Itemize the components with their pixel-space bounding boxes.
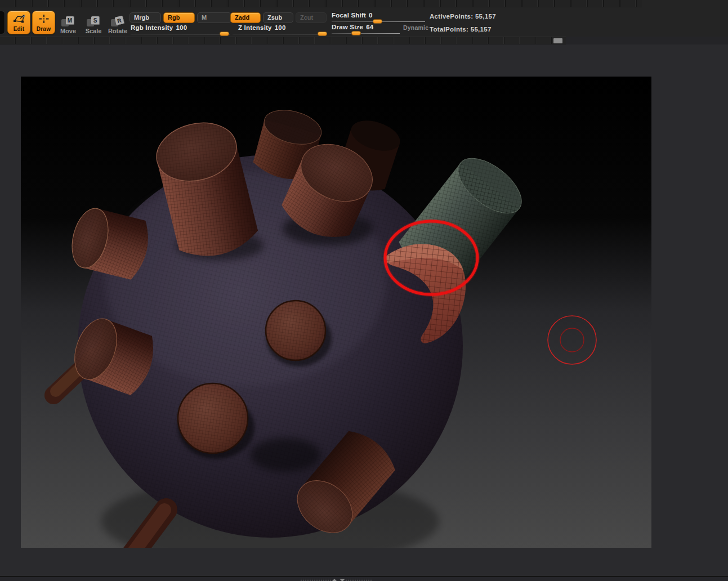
draw-size-slider-handle[interactable]	[351, 31, 361, 35]
draw-size-label: Draw Size64	[332, 24, 373, 30]
dynamic-label: Dynamic	[403, 24, 428, 31]
bottom-tray-bar	[0, 576, 728, 581]
scale-icon: S	[86, 16, 101, 26]
active-points-stat: ActivePoints: 55,157	[430, 13, 496, 20]
edit-button-label: Edit	[14, 26, 25, 32]
edit-button[interactable]: Edit	[7, 11, 30, 34]
top-toolbar: Edit Draw M	[0, 0, 728, 37]
rotate-button-label: Rotate	[106, 28, 129, 34]
move-icon: M	[61, 16, 75, 26]
m-button[interactable]: M	[197, 12, 231, 23]
scale-button[interactable]: S Scale	[82, 16, 105, 34]
z-intensity-label: Z Intensity100	[238, 24, 286, 31]
zsub-button[interactable]: Zsub	[263, 12, 293, 23]
tray-toggle-arrows[interactable]	[331, 578, 346, 581]
rotate-button[interactable]: R Rotate	[106, 16, 129, 34]
zadd-button[interactable]: Zadd	[230, 12, 261, 23]
move-button-label: Move	[57, 28, 79, 34]
timeline-tray[interactable]	[0, 37, 728, 44]
draw-size-slider[interactable]	[332, 33, 400, 34]
clipped-left-button[interactable]	[0, 11, 5, 34]
focal-shift-label: Focal Shift0	[332, 12, 373, 19]
z-intensity-slider[interactable]	[233, 34, 327, 34]
draw-button[interactable]: Draw	[32, 11, 55, 34]
draw-button-label: Draw	[37, 26, 51, 32]
move-button[interactable]: M Move	[57, 16, 79, 34]
z-intensity-slider-handle[interactable]	[318, 32, 327, 36]
scale-button-label: Scale	[82, 28, 105, 34]
rgb-button[interactable]: Rgb	[163, 12, 195, 23]
total-points-stat: TotalPoints: 55,157	[430, 26, 492, 33]
zbrush-window: Edit Draw M	[0, 0, 728, 581]
viewport-canvas[interactable]	[21, 77, 651, 548]
rgb-intensity-label: Rgb Intensity100	[131, 24, 187, 31]
mrgb-button[interactable]: Mrgb	[129, 12, 161, 23]
timeline-handle[interactable]	[553, 38, 562, 43]
zcut-button[interactable]: Zcut	[296, 12, 327, 23]
edit-marquee-icon	[12, 14, 26, 26]
draw-crosshair-icon	[38, 14, 50, 26]
rotate-icon: R	[110, 16, 125, 26]
rgb-intensity-slider-handle[interactable]	[220, 32, 229, 36]
rgb-intensity-slider[interactable]	[131, 34, 230, 34]
tray-up-arrow-icon	[332, 579, 337, 581]
top-tick-strip	[0, 0, 642, 7]
tray-grip-dots[interactable]	[300, 578, 372, 581]
timeline-segments	[0, 37, 566, 44]
focal-shift-slider-handle[interactable]	[373, 19, 382, 24]
tray-down-arrow-icon	[340, 579, 345, 581]
